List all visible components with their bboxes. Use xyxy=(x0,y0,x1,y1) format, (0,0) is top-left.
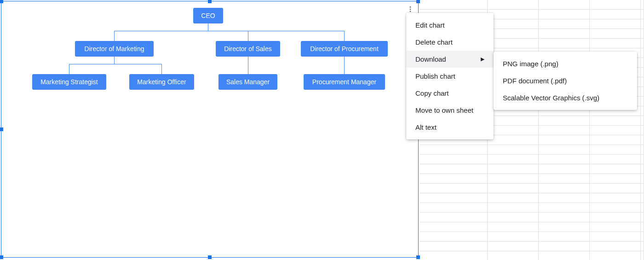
menu-item-label: Alt text xyxy=(415,123,437,131)
org-connector xyxy=(344,57,345,74)
menu-item-delete-chart[interactable]: Delete chart xyxy=(406,34,494,51)
chevron-right-icon: ▶ xyxy=(481,56,484,62)
chart-context-menu: Edit chart Delete chart Download ▶ Publi… xyxy=(406,13,494,139)
menu-item-label: PNG image (.png) xyxy=(503,60,558,68)
menu-item-label: Delete chart xyxy=(415,38,453,46)
org-connector xyxy=(248,31,248,41)
menu-item-label: Publish chart xyxy=(415,72,455,80)
org-connector xyxy=(161,64,162,74)
org-chart: CEO Director of Marketing Director of Sa… xyxy=(1,1,418,257)
org-node-sales-manager[interactable]: Sales Manager xyxy=(218,74,277,90)
menu-item-copy-chart[interactable]: Copy chart xyxy=(406,85,494,102)
org-connector xyxy=(344,31,345,41)
download-submenu: PNG image (.png) PDF document (.pdf) Sca… xyxy=(494,52,637,110)
menu-item-download-png[interactable]: PNG image (.png) xyxy=(494,55,637,72)
menu-item-alt-text[interactable]: Alt text xyxy=(406,119,494,136)
org-node-dir-sales[interactable]: Director of Sales xyxy=(216,41,280,57)
menu-item-label: Edit chart xyxy=(415,21,444,29)
menu-item-label: Copy chart xyxy=(415,89,449,97)
chart-container[interactable]: CEO Director of Marketing Director of Sa… xyxy=(1,1,419,258)
org-connector xyxy=(69,64,161,64)
org-connector xyxy=(69,64,69,74)
org-node-mkt-officer[interactable]: Marketing Officer xyxy=(129,74,194,90)
org-node-procurement-manager[interactable]: Procurement Manager xyxy=(304,74,385,90)
menu-item-move-to-own-sheet[interactable]: Move to own sheet xyxy=(406,102,494,119)
menu-item-label: Move to own sheet xyxy=(415,106,473,114)
org-node-mkt-strategist[interactable]: Marketing Strategist xyxy=(32,74,106,90)
menu-item-download-pdf[interactable]: PDF document (.pdf) xyxy=(494,72,637,89)
menu-item-download-svg[interactable]: Scalable Vector Graphics (.svg) xyxy=(494,89,637,106)
org-connector xyxy=(114,57,115,64)
menu-item-publish-chart[interactable]: Publish chart xyxy=(406,68,494,85)
menu-item-label: Download xyxy=(415,55,446,63)
org-connector xyxy=(114,31,115,41)
menu-item-label: Scalable Vector Graphics (.svg) xyxy=(503,94,599,102)
org-node-dir-marketing[interactable]: Director of Marketing xyxy=(75,41,154,57)
menu-item-download[interactable]: Download ▶ xyxy=(406,51,494,68)
org-connector xyxy=(248,57,248,74)
menu-item-label: PDF document (.pdf) xyxy=(503,77,567,85)
menu-item-edit-chart[interactable]: Edit chart xyxy=(406,17,494,34)
org-connector xyxy=(208,23,208,31)
org-node-ceo[interactable]: CEO xyxy=(193,8,223,23)
org-node-dir-procurement[interactable]: Director of Procurement xyxy=(301,41,388,57)
org-connector xyxy=(114,31,345,31)
